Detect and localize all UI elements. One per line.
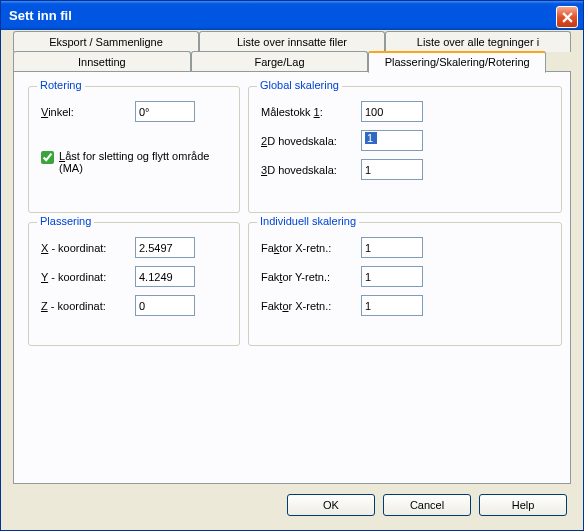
group-global-skalering: Global skalering Målestokk 1: 2D hovedsk… (248, 86, 562, 213)
group-rotering: Rotering Vinkel: Låst for sletting og fl… (28, 86, 240, 213)
faktor-y-label: Faktor Y-retn.: (261, 271, 361, 283)
3d-hovedskala-input[interactable] (361, 159, 423, 180)
malestokk-input[interactable] (361, 101, 423, 122)
group-individuell-skalering: Individuell skalering Faktor X-retn.: Fa… (248, 222, 562, 346)
group-individuell-title: Individuell skalering (257, 215, 359, 227)
client-area: Eksport / Sammenligne Liste over innsatt… (5, 31, 579, 526)
tab-eksport[interactable]: Eksport / Sammenligne (13, 31, 199, 52)
z-koordinat-label: Z - koordinat: (41, 300, 135, 312)
group-rotering-title: Rotering (37, 79, 85, 91)
tab-farge-lag[interactable]: Farge/Lag (191, 51, 369, 72)
dialog-window: Sett inn fil Eksport / Sammenligne Liste… (0, 0, 584, 531)
group-plassering-title: Plassering (37, 215, 94, 227)
help-button[interactable]: Help (479, 494, 567, 516)
close-icon (562, 12, 573, 23)
faktor-y-input[interactable] (361, 266, 423, 287)
titlebar: Sett inn fil (1, 1, 583, 30)
faktor-z-label: Faktor X-retn.: (261, 300, 361, 312)
faktor-x-label: Faktor X-retn.: (261, 242, 361, 254)
tab-innsetting[interactable]: Innsetting (13, 51, 191, 72)
ok-button[interactable]: OK (287, 494, 375, 516)
tab-plassering[interactable]: Plassering/Skalering/Rotering (368, 51, 546, 73)
x-koordinat-label: X - koordinat: (41, 242, 135, 254)
faktor-z-input[interactable] (361, 295, 423, 316)
lock-checkbox[interactable] (41, 151, 54, 164)
button-bar: OK Cancel Help (287, 494, 567, 516)
vinkel-input[interactable] (135, 101, 195, 122)
x-koordinat-input[interactable] (135, 237, 195, 258)
cancel-button[interactable]: Cancel (383, 494, 471, 516)
tab-innsatte-filer[interactable]: Liste over innsatte filer (199, 31, 385, 52)
lock-label: Låst for sletting og flytt område (MA) (59, 150, 227, 174)
vinkel-label: Vinkel: (41, 106, 135, 118)
y-koordinat-label: Y - koordinat: (41, 271, 135, 283)
group-plassering: Plassering X - koordinat: Y - koordinat:… (28, 222, 240, 346)
close-button[interactable] (556, 6, 578, 28)
faktor-x-input[interactable] (361, 237, 423, 258)
y-koordinat-input[interactable] (135, 266, 195, 287)
3d-hovedskala-label: 3D hovedskala: (261, 164, 361, 176)
window-title: Sett inn fil (9, 8, 72, 23)
2d-hovedskala-label: 2D hovedskala: (261, 135, 361, 147)
tab-panel: Rotering Vinkel: Låst for sletting og fl… (13, 71, 571, 484)
tab-alle-tegninger[interactable]: Liste over alle tegninger i prosjektet (385, 31, 571, 52)
group-global-title: Global skalering (257, 79, 342, 91)
malestokk-label: Målestokk 1: (261, 106, 361, 118)
z-koordinat-input[interactable] (135, 295, 195, 316)
2d-hovedskala-input[interactable]: 1 (361, 130, 423, 151)
